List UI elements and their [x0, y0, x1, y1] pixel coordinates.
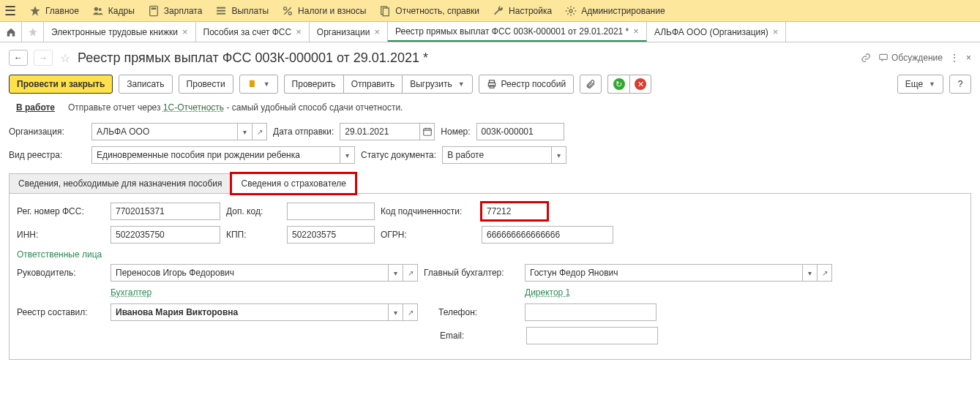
docstatus-field[interactable]: В работе	[442, 146, 552, 164]
ogrn-label: ОГРН:	[381, 230, 476, 240]
tab-registry[interactable]: Реестр прямых выплат ФСС 003К-000001 от …	[388, 22, 647, 42]
svg-rect-16	[250, 80, 255, 87]
row-head: Руководитель: Переносов Игорь Федорович …	[17, 264, 963, 282]
row-links: Бухгалтер Директор 1	[17, 287, 963, 298]
create-based-button[interactable]: ▼	[239, 75, 278, 94]
printer-icon	[487, 79, 497, 89]
phone-field[interactable]	[525, 303, 657, 321]
open-icon[interactable]: ↗	[403, 264, 418, 282]
svg-point-8	[284, 7, 287, 10]
doc-state[interactable]: В работе	[16, 102, 55, 113]
discuss-button[interactable]: Обсуждение	[878, 53, 943, 63]
help-button[interactable]: ?	[949, 75, 971, 94]
kebab-icon[interactable]: ⋮	[950, 53, 959, 63]
email-field[interactable]	[526, 327, 658, 344]
kpp-label: КПП:	[226, 230, 281, 240]
close-icon[interactable]: ×	[773, 26, 779, 37]
post-and-close-button[interactable]: Провести и закрыть	[9, 75, 113, 94]
percent-icon	[282, 5, 293, 17]
link-accountant[interactable]: Бухгалтер	[111, 287, 418, 298]
calendar-icon[interactable]	[420, 123, 435, 140]
svg-rect-20	[424, 129, 432, 135]
head-field[interactable]: Переносов Игорь Федорович	[111, 264, 389, 282]
home-tab[interactable]	[0, 22, 22, 42]
reg-field[interactable]: 7702015371	[111, 203, 220, 220]
menu-salary[interactable]: Зарплата	[148, 5, 203, 17]
menu-icon[interactable]: ☰	[4, 3, 16, 19]
row-reg: Рег. номер ФСС: 7702015371 Доп. код: Код…	[17, 203, 963, 220]
org-field[interactable]: АЛЬФА ООО	[91, 123, 238, 140]
link-director[interactable]: Директор 1	[525, 287, 570, 298]
link-icon[interactable]	[861, 53, 871, 64]
check-button[interactable]: Проверить	[284, 75, 343, 94]
dop-field[interactable]	[287, 203, 375, 220]
close-icon: ✕	[635, 78, 646, 90]
close-icon[interactable]: ×	[374, 26, 380, 37]
kind-field[interactable]: Единовременные пособия при рождении ребе…	[91, 146, 340, 164]
menu-reports[interactable]: Отчетность, справки	[379, 5, 479, 17]
svg-point-13	[569, 10, 572, 12]
menu-main[interactable]: Главное	[29, 5, 79, 17]
chevron-down-icon[interactable]: ▾	[340, 146, 355, 164]
svg-rect-15	[880, 54, 888, 59]
svg-marker-0	[30, 6, 40, 15]
inn-field[interactable]: 5022035750	[111, 226, 220, 244]
open-icon[interactable]: ↗	[403, 303, 418, 321]
tab-benefit-info[interactable]: Сведения, необходимые для назначения пос…	[9, 173, 231, 194]
menu-taxes[interactable]: Налоги и взносы	[282, 5, 366, 17]
head-label: Руководитель:	[17, 268, 105, 278]
row-author: Реестр составил: Иванова Мария Викторовн…	[17, 303, 963, 321]
num-field[interactable]: 003К-000001	[476, 123, 564, 140]
chevron-down-icon[interactable]: ▾	[389, 303, 403, 321]
open-icon[interactable]: ↗	[253, 123, 267, 140]
tab-label: Организации	[317, 27, 370, 37]
tab-label: Электронные трудовые книжки	[51, 27, 178, 37]
chevron-down-icon[interactable]: ▾	[803, 264, 818, 282]
tab-workbooks[interactable]: Электронные трудовые книжки ×	[44, 22, 196, 42]
chevron-down-icon[interactable]: ▾	[552, 146, 566, 164]
chat-icon	[878, 53, 889, 63]
open-icon[interactable]: ↗	[818, 264, 832, 282]
ogrn-field[interactable]: 666666666666666	[482, 226, 613, 244]
more-button[interactable]: Еще ▼	[897, 75, 943, 94]
reporting-link[interactable]: 1С-Отчетность	[163, 102, 224, 113]
calculator-icon	[148, 5, 160, 17]
reg-label: Рег. номер ФСС:	[17, 206, 105, 216]
sub-field[interactable]: 77212	[482, 203, 547, 220]
menu-hr[interactable]: Кадры	[92, 5, 135, 17]
document-tabs: Электронные трудовые книжки × Пособия за…	[0, 22, 980, 42]
tab-insurer-info[interactable]: Сведения о страхователе	[231, 173, 356, 194]
export-button[interactable]: Выгрузить ▼	[402, 75, 472, 94]
tab-orgs[interactable]: Организации ×	[310, 22, 388, 42]
tab-fss-benefits[interactable]: Пособия за счет ФСС ×	[196, 22, 310, 42]
chevron-down-icon[interactable]: ▾	[238, 123, 253, 140]
refresh-button[interactable]: ↻	[607, 75, 629, 94]
author-field[interactable]: Иванова Мария Викторовна	[111, 303, 389, 321]
tab-alpha-org[interactable]: АЛЬФА ООО (Организация) ×	[647, 22, 787, 42]
attach-button[interactable]	[580, 75, 602, 94]
nav-back[interactable]: ←	[9, 50, 28, 66]
favs-tab[interactable]	[22, 22, 44, 42]
menu-payments[interactable]: Выплаты	[215, 5, 269, 17]
svg-point-1	[94, 7, 98, 10]
registry-button[interactable]: Реестр пособий	[479, 75, 575, 94]
chevron-down-icon[interactable]: ▾	[389, 264, 403, 282]
cancel-button[interactable]: ✕	[629, 75, 651, 94]
close-icon[interactable]: ×	[966, 53, 971, 63]
send-button[interactable]: Отправить	[343, 75, 403, 94]
date-field[interactable]: 29.01.2021	[340, 123, 420, 140]
status-line: В работе Отправьте отчет через 1С-Отчетн…	[0, 101, 980, 120]
acct-field[interactable]: Гостун Федор Янович	[525, 264, 803, 282]
save-button[interactable]: Записать	[119, 75, 172, 94]
favorite-toggle[interactable]: ☆	[60, 51, 70, 65]
close-icon[interactable]: ×	[182, 26, 188, 37]
menu-settings[interactable]: Настройка	[493, 5, 552, 17]
close-icon[interactable]: ×	[296, 26, 302, 37]
wrench-icon	[493, 5, 504, 17]
kpp-field[interactable]: 502203575	[287, 226, 375, 244]
post-button[interactable]: Провести	[179, 75, 233, 94]
row-kind: Вид реестра: Единовременные пособия при …	[0, 143, 980, 167]
page-header: ← → ☆ Реестр прямых выплат ФСС 003К-0000…	[0, 42, 980, 72]
menu-admin[interactable]: Администрирование	[565, 5, 665, 17]
close-icon[interactable]: ×	[633, 26, 639, 37]
